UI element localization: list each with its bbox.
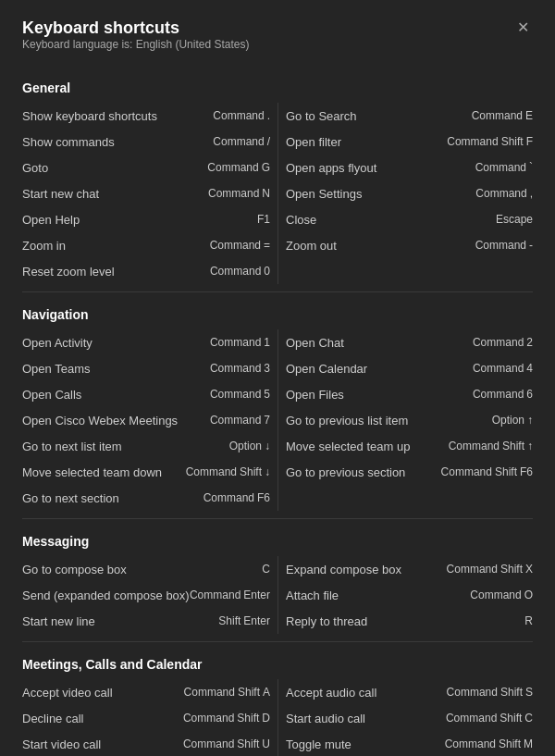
shortcut-row: Attach file Command O bbox=[286, 582, 533, 608]
shortcut-keys: Command / bbox=[213, 135, 270, 148]
key-badge: F1 bbox=[257, 213, 270, 226]
shortcut-label: Go to compose box bbox=[22, 563, 262, 576]
shortcut-keys: Command 5 bbox=[210, 388, 270, 401]
shortcut-keys: Command Shift U bbox=[183, 737, 270, 750]
key-badge: 2 bbox=[526, 336, 533, 349]
key-badge: G bbox=[262, 161, 270, 174]
shortcut-label: Accept audio call bbox=[286, 686, 447, 700]
shortcut-label: Close bbox=[286, 213, 496, 227]
shortcut-row: Open Activity Command 1 bbox=[22, 329, 270, 355]
shortcut-row: Show keyboard shortcuts Command . bbox=[22, 103, 270, 129]
shortcut-keys: Command 3 bbox=[210, 362, 270, 375]
shortcut-row: Open Chat Command 2 bbox=[286, 329, 533, 355]
sections-container: General Show keyboard shortcuts Command … bbox=[22, 81, 533, 756]
shortcut-row: Go to Search Command E bbox=[286, 103, 533, 129]
shortcut-row bbox=[286, 258, 533, 284]
key-badge: Command bbox=[204, 491, 254, 504]
section-title-3: Meetings, Calls and Calendar bbox=[22, 657, 533, 672]
shortcut-label: Reset zoom level bbox=[22, 265, 210, 279]
shortcut-row: Start audio call Command Shift C bbox=[286, 705, 533, 731]
key-badge: O bbox=[524, 589, 533, 601]
key-badge: Command bbox=[210, 336, 261, 349]
key-badge: Option bbox=[492, 414, 524, 427]
key-badge: Shift bbox=[237, 737, 259, 750]
key-badge: Command bbox=[473, 362, 524, 375]
key-badge: X bbox=[525, 563, 533, 576]
shortcut-label: Start video call bbox=[22, 737, 183, 751]
key-badge: Command bbox=[445, 737, 496, 750]
shortcut-keys: Option ↑ bbox=[492, 414, 533, 427]
shortcut-label: Decline call bbox=[22, 712, 183, 725]
key-badge: 0 bbox=[264, 265, 270, 278]
shortcut-label: Goto bbox=[22, 161, 207, 175]
key-badge: - bbox=[529, 239, 533, 252]
section-divider bbox=[22, 641, 533, 642]
dialog-subtitle: Keyboard language is: English (United St… bbox=[22, 38, 249, 51]
key-badge: Command bbox=[210, 239, 261, 252]
shortcut-keys: Command Shift F6 bbox=[441, 465, 533, 478]
shortcut-row: Send (expanded compose box) Command Ente… bbox=[22, 582, 270, 608]
shortcut-label: Go to next list item bbox=[22, 440, 229, 453]
shortcut-row: Reset zoom level Command 0 bbox=[22, 258, 270, 284]
key-badge: M bbox=[524, 737, 533, 750]
key-badge: Command bbox=[186, 465, 237, 478]
shortcut-keys: Command Shift ↑ bbox=[449, 440, 533, 452]
key-badge: Shift bbox=[237, 712, 259, 725]
right-col-0: Go to Search Command E Open filter Comma… bbox=[278, 103, 533, 284]
shortcut-row: Start video call Command Shift U bbox=[22, 731, 270, 756]
shortcut-keys: Command Shift F bbox=[447, 135, 533, 148]
shortcut-row: Accept video call Command Shift A bbox=[22, 679, 270, 705]
shortcut-label: Start new chat bbox=[22, 187, 208, 201]
shortcut-label: Open Teams bbox=[22, 362, 210, 376]
left-col-1: Open Activity Command 1 Open Teams Comma… bbox=[22, 329, 278, 511]
shortcuts-grid-2: Go to compose box C Send (expanded compo… bbox=[22, 556, 533, 634]
shortcut-keys: Command 1 bbox=[210, 336, 270, 349]
shortcut-label: Show commands bbox=[22, 135, 213, 149]
shortcut-label: Open apps flyout bbox=[286, 161, 475, 175]
key-badge: Shift bbox=[495, 465, 517, 478]
shortcut-label: Open Activity bbox=[22, 336, 210, 350]
key-badge: 6 bbox=[526, 388, 533, 401]
dialog-title: Keyboard shortcuts bbox=[22, 19, 249, 38]
key-badge: Command bbox=[473, 388, 524, 401]
shortcut-keys: Command N bbox=[208, 187, 270, 200]
key-badge: Command bbox=[210, 388, 261, 401]
shortcut-keys: Command O bbox=[470, 589, 533, 601]
shortcut-keys: Command Shift A bbox=[184, 686, 270, 699]
shortcut-label: Zoom out bbox=[286, 239, 475, 253]
shortcut-row: Goto Command G bbox=[22, 155, 270, 180]
key-badge: F bbox=[526, 135, 533, 148]
key-badge: Command bbox=[210, 265, 261, 278]
right-col-3: Accept audio call Command Shift S Start … bbox=[278, 679, 533, 756]
key-badge: ↓ bbox=[265, 465, 270, 478]
key-badge: 3 bbox=[264, 362, 270, 375]
key-badge: N bbox=[262, 187, 270, 200]
shortcut-label: Toggle mute bbox=[286, 737, 445, 751]
dialog-header: Keyboard shortcuts Keyboard language is:… bbox=[22, 19, 533, 66]
shortcut-label: Open Settings bbox=[286, 187, 475, 201]
shortcut-row: Toggle mute Command Shift M bbox=[286, 731, 533, 756]
key-badge: = bbox=[264, 239, 270, 252]
shortcut-keys: Command , bbox=[475, 187, 533, 200]
section-divider bbox=[22, 518, 533, 519]
key-badge: 7 bbox=[264, 414, 270, 427]
shortcut-row: Open Calendar Command 4 bbox=[286, 355, 533, 381]
shortcut-label: Show keyboard shortcuts bbox=[22, 109, 213, 123]
section-title-2: Messaging bbox=[22, 534, 533, 549]
shortcuts-grid-1: Open Activity Command 1 Open Teams Comma… bbox=[22, 329, 533, 511]
shortcut-label: Start new line bbox=[22, 614, 218, 628]
shortcut-row bbox=[286, 485, 533, 511]
shortcut-keys: Command - bbox=[475, 239, 533, 252]
shortcut-keys: Command Shift M bbox=[445, 737, 533, 750]
shortcut-keys: R bbox=[524, 614, 533, 627]
key-badge: Command bbox=[475, 161, 526, 174]
shortcut-label: Expand compose box bbox=[286, 563, 447, 576]
close-button[interactable]: ✕ bbox=[513, 19, 533, 37]
key-badge: Command bbox=[449, 440, 500, 452]
shortcut-keys: Command G bbox=[207, 161, 270, 174]
shortcut-keys: Command F6 bbox=[204, 491, 270, 504]
shortcut-keys: Command ` bbox=[475, 161, 533, 174]
shortcut-label: Reply to thread bbox=[286, 614, 524, 628]
key-badge: Command bbox=[472, 109, 523, 122]
shortcut-label: Go to Search bbox=[286, 109, 472, 123]
